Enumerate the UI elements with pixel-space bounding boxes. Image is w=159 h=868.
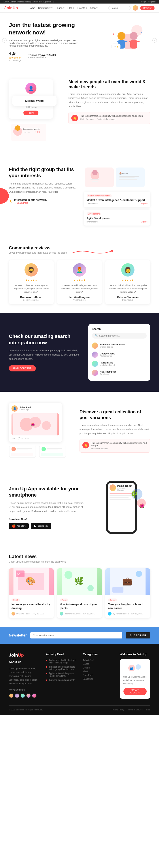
blog-link[interactable]: Blog — [146, 709, 150, 711]
subscribe-button[interactable]: SUBSCRIBE — [126, 632, 150, 639]
svg-text:💼: 💼 — [122, 576, 132, 586]
create-account-button[interactable]: CREATE ACCOUNT — [123, 688, 147, 695]
footer-signup: 👥 Sign Up to Join Up and be part of our … — [120, 659, 150, 699]
reviewer-name-0: Brennan Huffman — [12, 296, 51, 299]
activity-item-1: Typhoon posted an update in the group Fa… — [46, 665, 76, 671]
group-explore-1[interactable]: Explore — [141, 221, 148, 223]
news-date-0: July 21, 2021 — [32, 613, 44, 615]
badge-icon: 🌟 — [71, 115, 78, 121]
logo[interactable]: JoinUp — [4, 6, 18, 10]
result-avatar-2 — [92, 361, 98, 367]
nav-home[interactable]: Home — [29, 7, 35, 9]
group-explore-0[interactable]: Explore — [141, 203, 148, 205]
result-sub-3: Developer — [100, 373, 116, 375]
footer-grid: JoinUp About us Lorem ipsum dolor sit am… — [9, 653, 150, 699]
explore-link[interactable]: → Learn more — [14, 202, 28, 204]
news-meta-0: by David Foster July 21, 2021 — [11, 612, 51, 616]
app-buttons: 🍎 App Store ▶ Google play — [9, 523, 84, 529]
svg-text:Art: Art — [17, 572, 21, 576]
category-0[interactable]: Arts & Craft — [83, 659, 113, 661]
terms-link[interactable]: Terms of Service — [128, 709, 142, 711]
nav-links: Home Community ▾ Pages ▾ Blog ▾ Events ▾… — [29, 7, 98, 9]
svg-rect-27 — [119, 176, 139, 177]
category-2[interactable]: Design — [83, 666, 113, 669]
trusted-label: Trusted by over 120,000 — [29, 54, 56, 56]
post-card-time: 2 hours ago — [20, 409, 31, 411]
member-1 — [9, 693, 14, 698]
svg-point-42 — [41, 447, 46, 451]
app-right: Mark Spencer Community Manager — [93, 481, 150, 534]
login-link[interactable]: Login — [141, 1, 146, 3]
news-section: Latest news Catch up with all the freshe… — [0, 545, 159, 627]
news-title-2: Turn your blog into a brand new career — [108, 603, 148, 610]
category-3[interactable]: Music — [83, 670, 113, 673]
nav-events[interactable]: Events ▾ — [77, 7, 87, 9]
svg-text:🌺: 🌺 — [31, 423, 35, 426]
svg-text:♥ 24: ♥ 24 — [35, 131, 40, 133]
activity-item-0: Typhoon replied to the topic Fly in the … — [46, 659, 76, 664]
follow-button[interactable]: Follow — [23, 111, 39, 115]
svg-text:🎨: 🎨 — [26, 576, 36, 586]
post-card-author: John Smith — [20, 406, 31, 409]
search-widget-label: Search — [92, 328, 147, 331]
footer-bottom: © 2022 Joinup.io. All Rights Reserved. P… — [9, 705, 150, 711]
latest-label: Latest Activity: — [3, 1, 17, 3]
app-store-button[interactable]: 🍎 App Store — [9, 523, 29, 529]
register-button[interactable]: Register — [140, 6, 155, 10]
svg-rect-40 — [11, 453, 33, 456]
privacy-link[interactable]: Privacy Policy — [112, 709, 124, 711]
svg-rect-4 — [117, 41, 120, 42]
reviewer-name-2: Keisha Chapman — [108, 296, 147, 299]
search-right: Search 🔍 Samantha Garcia Studio Interior… — [88, 324, 150, 381]
news-author-avatar-2 — [108, 612, 112, 616]
hero-next-button[interactable]: › — [152, 38, 157, 42]
reviews-decoration — [70, 248, 150, 256]
result-sub-2: Marketing Expert — [100, 364, 115, 366]
result-name-3: Alex Thompson — [100, 371, 116, 373]
search-input[interactable] — [108, 6, 130, 10]
find-content-button[interactable]: FIND CONTENT — [9, 365, 36, 371]
find-title: Find the right group that fits your inte… — [9, 166, 77, 179]
google-play-button[interactable]: ▶ Google play — [31, 523, 51, 529]
group-tag-0: Market driven intelligence — [87, 194, 112, 197]
search-widget-input[interactable] — [99, 334, 144, 337]
meet-left: 👤 Markus Wade UX Designer Follow Lorem p… — [9, 79, 62, 144]
app-left: Join Up App available for your smartphon… — [9, 486, 84, 529]
member-2 — [14, 693, 20, 698]
app-description: Discus dolemi mortes lacrem et sem. Hac … — [9, 501, 84, 513]
nav-blog[interactable]: Blog ▾ — [68, 7, 74, 9]
nav-community[interactable]: Community ▾ — [38, 7, 53, 9]
rating-block: 4,9 ★★★★★ 6,170 Ratings — [9, 51, 21, 62]
reviews-title: Community reviews — [9, 245, 67, 250]
nav-pages[interactable]: Pages ▾ — [56, 7, 64, 9]
svg-rect-38 — [17, 448, 32, 449]
newsletter-input[interactable] — [30, 632, 122, 639]
news-body-2: Career Turn your blog into a brand new c… — [105, 595, 150, 618]
news-meta-1: by Donald Warren July 18, 2021 — [60, 612, 99, 616]
post-section: 👤 John Smith 2 hours ago 🌺 ♥ 24 💬 12 — [0, 392, 159, 470]
news-meta-2: by Ronald Nelson July 15, 2021 — [108, 612, 148, 616]
active-members-label: Active Members — [9, 689, 39, 691]
svg-point-34 — [42, 421, 51, 430]
reviewer-avatar-1: 👨‍🦰 — [73, 263, 86, 277]
search-results: Samantha Garcia Studio Interior Design G… — [92, 341, 147, 377]
reviewer-name-1: Ian Worthington — [60, 296, 99, 299]
newsletter-title: Newsletter — [9, 633, 27, 638]
news-grid: 🎨 Art Health Improve your mental health … — [9, 568, 150, 618]
category-5[interactable]: BasketBall — [83, 678, 113, 680]
search-icon: 🔍 — [95, 334, 98, 337]
search-result-3: Alex Thompson Developer — [92, 368, 147, 377]
hero-prev-button[interactable]: ‹ — [2, 38, 7, 42]
category-1[interactable]: Dance — [83, 663, 113, 665]
hero-stats: 4,9 ★★★★★ 6,170 Ratings Trusted by over … — [9, 51, 80, 62]
footer-join-title: Welcome to Join Up — [120, 653, 150, 656]
review-card-2: 👩 ★★★★★ "Ne eum vidit aliquid explicari;… — [105, 260, 150, 304]
rating-label: 6,170 Ratings — [9, 59, 21, 62]
svg-rect-62 — [113, 587, 123, 593]
category-4[interactable]: GoodFood — [83, 674, 113, 676]
news-image-0: 🎨 Art — [9, 568, 54, 595]
group-tag-1: Development — [87, 212, 101, 215]
nav-shop[interactable]: Shop ▾ — [90, 7, 98, 9]
activity-dot-3 — [46, 680, 47, 681]
register-link[interactable]: Register — [148, 1, 156, 3]
